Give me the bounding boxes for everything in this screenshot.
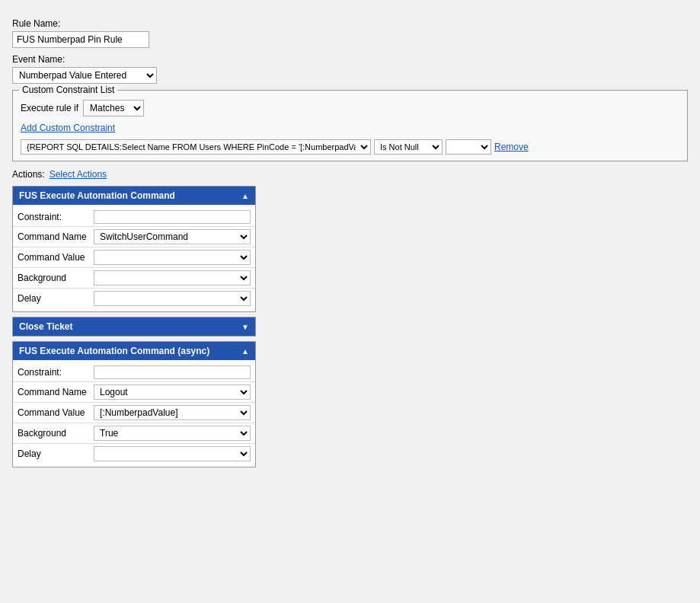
constraint-isnot-select[interactable]: Is Not Null <box>374 139 443 155</box>
action-block-1: FUS Execute Automation Command ▲ Constra… <box>12 186 256 312</box>
rule-name-label: Rule Name: <box>12 18 688 29</box>
field-label-delay-3: Delay <box>18 448 94 459</box>
field-input-constraint-3[interactable] <box>94 365 251 379</box>
action-row-delay-1: Delay <box>13 289 255 308</box>
add-constraint-link[interactable]: Add Custom Constraint <box>21 123 679 133</box>
remove-link[interactable]: Remove <box>494 142 529 152</box>
action-body-3: Constraint: Command Name Logout Command … <box>13 360 255 467</box>
action-row-bg-3: Background True <box>13 423 255 444</box>
field-select-delay-1[interactable] <box>94 291 251 306</box>
field-label-cmdname-1: Command Name <box>18 231 94 242</box>
field-select-cmdvalue-1[interactable] <box>94 250 251 265</box>
event-name-label: Event Name: <box>12 54 688 65</box>
field-label-delay-1: Delay <box>18 293 94 304</box>
field-select-cmdname-3[interactable]: Logout <box>94 384 251 400</box>
field-label-cmdvalue-3: Command Value <box>18 407 94 418</box>
field-label-constraint-3: Constraint: <box>18 367 94 378</box>
constraint-sql-select[interactable]: {REPORT SQL DETAILS:Select Name FROM Use… <box>21 139 371 155</box>
action-row-cmdvalue-3: Command Value [:NumberpadValue] <box>13 403 255 423</box>
action-row-delay-3: Delay <box>13 444 255 464</box>
execute-rule-label: Execute rule if <box>21 103 78 113</box>
action-block-2: Close Ticket ▼ <box>12 317 256 337</box>
field-label-cmdname-3: Command Name <box>18 387 94 397</box>
select-actions-link[interactable]: Select Actions <box>50 169 107 180</box>
execute-rule-select[interactable]: Matches <box>83 100 144 116</box>
field-select-cmdname-1[interactable]: SwitchUserCommand <box>94 229 251 244</box>
action-row-cmdname-1: Command Name SwitchUserCommand <box>13 227 255 247</box>
rule-name-input[interactable] <box>12 31 149 48</box>
field-label-cmdvalue-1: Command Value <box>18 252 94 263</box>
action-title-1: FUS Execute Automation Command <box>19 190 175 201</box>
execute-rule-row: Execute rule if Matches <box>21 100 679 116</box>
constraint-box: Custom Constraint List Execute rule if M… <box>12 90 688 161</box>
event-name-select[interactable]: Numberpad Value Entered <box>12 67 157 84</box>
action-blocks-container: FUS Execute Automation Command ▲ Constra… <box>12 186 688 467</box>
action-title-3: FUS Execute Automation Command (async) <box>19 346 209 356</box>
field-select-delay-3[interactable] <box>94 446 251 461</box>
action-header-2[interactable]: Close Ticket ▼ <box>13 317 255 336</box>
actions-label: Actions: <box>12 169 45 180</box>
field-select-bg-3[interactable]: True <box>94 426 251 441</box>
action-arrow-2: ▼ <box>241 323 249 331</box>
field-label-bg-3: Background <box>18 428 94 439</box>
action-arrow-3: ▲ <box>241 347 249 356</box>
action-header-1[interactable]: FUS Execute Automation Command ▲ <box>13 187 255 205</box>
action-arrow-1: ▲ <box>241 192 249 200</box>
constraint-legend: Custom Constraint List <box>19 85 117 95</box>
action-row-constraint-3: Constraint: <box>13 363 255 382</box>
action-row-cmdvalue-1: Command Value <box>13 247 255 268</box>
action-row-bg-1: Background <box>13 268 255 289</box>
constraint-value-row: {REPORT SQL DETAILS:Select Name FROM Use… <box>21 139 679 155</box>
field-input-constraint-1[interactable] <box>94 210 251 224</box>
constraint-empty-select[interactable] <box>446 139 491 155</box>
field-select-bg-1[interactable] <box>94 270 251 286</box>
form-container: Rule Name: Event Name: Numberpad Value E… <box>12 18 688 467</box>
action-body-1: Constraint: Command Name SwitchUserComma… <box>13 205 255 311</box>
action-row-constraint-1: Constraint: <box>13 208 255 227</box>
field-label-bg-1: Background <box>18 273 94 283</box>
action-block-3: FUS Execute Automation Command (async) ▲… <box>12 341 256 467</box>
actions-row: Actions: Select Actions <box>12 169 688 180</box>
action-header-3[interactable]: FUS Execute Automation Command (async) ▲ <box>13 342 255 360</box>
field-label-constraint-1: Constraint: <box>18 212 94 222</box>
action-title-2: Close Ticket <box>19 321 72 332</box>
action-row-cmdname-3: Command Name Logout <box>13 382 255 403</box>
field-select-cmdvalue-3[interactable]: [:NumberpadValue] <box>94 405 251 420</box>
